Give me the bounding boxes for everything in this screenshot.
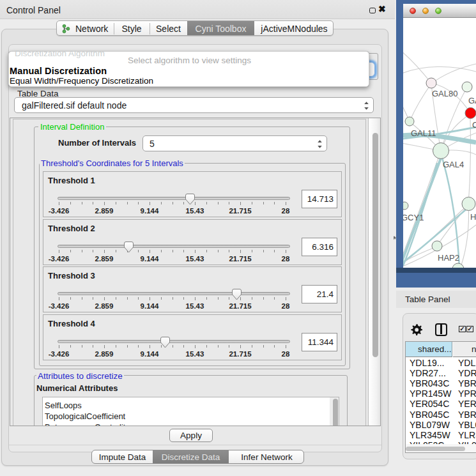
svg-text:GAL11: GAL11: [411, 128, 436, 138]
svg-text:GCY1: GCY1: [403, 213, 424, 222]
svg-text:GAL80: GAL80: [432, 89, 457, 98]
svg-text:CA: CA: [472, 120, 476, 130]
svg-text:HI: HI: [470, 212, 476, 222]
svg-text:GA: GA: [468, 96, 476, 105]
svg-text:HAP2: HAP2: [438, 253, 459, 263]
svg-text:GAL4: GAL4: [443, 160, 464, 169]
